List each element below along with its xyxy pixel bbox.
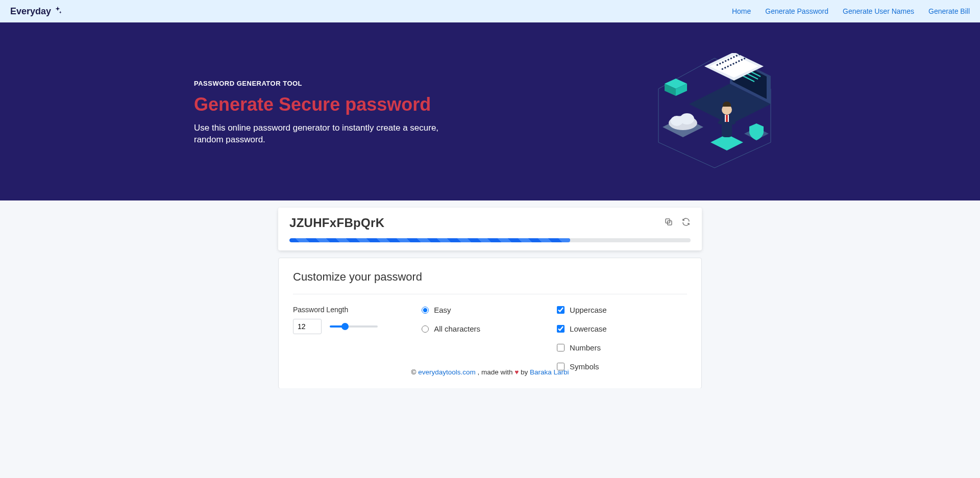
length-slider[interactable] [330,325,378,328]
uppercase-option[interactable]: Uppercase [557,306,687,314]
regenerate-button[interactable] [681,217,691,229]
password-output: JZUHFxFBpQrK [289,216,657,230]
brand-name: Everyday [10,6,51,17]
password-output-card: JZUHFxFBpQrK [278,208,702,250]
footer-copyright: © [411,368,418,376]
navbar: Everyday Home Generate Password Generate… [0,0,980,22]
brand-sparkle-icon [53,6,62,17]
customize-heading: Customize your password [293,270,687,284]
nav-link-generate-password[interactable]: Generate Password [765,7,828,15]
numbers-label: Numbers [570,343,601,352]
strength-meter-fill [289,238,570,242]
footer-site-link[interactable]: everydaytools.com [418,368,476,376]
svg-point-14 [680,113,694,124]
mode-all-radio[interactable] [422,325,429,333]
footer-by: by [519,368,530,376]
mode-column: Easy All characters [422,306,552,371]
uppercase-label: Uppercase [570,306,607,314]
nav-link-home[interactable]: Home [732,7,751,15]
numbers-checkbox[interactable] [557,344,565,351]
hero-title: Generate Secure password [194,94,439,115]
hero-eyebrow: PASSWORD GENERATOR TOOL [194,80,439,87]
numbers-option[interactable]: Numbers [557,343,687,352]
brand[interactable]: Everyday [10,6,62,17]
nav-link-generate-bill[interactable]: Generate Bill [928,7,970,15]
nav-links: Home Generate Password Generate User Nam… [732,7,970,15]
svg-rect-22 [726,115,728,122]
lowercase-label: Lowercase [570,324,607,333]
divider [293,294,687,294]
footer: © everydaytools.com , made with ♥ by Bar… [278,362,702,388]
mode-easy-label: Easy [434,306,451,314]
lowercase-option[interactable]: Lowercase [557,324,687,333]
refresh-icon [681,219,691,228]
length-label: Password Length [293,306,416,314]
mode-easy-radio[interactable] [422,307,429,314]
footer-mid: , made with [476,368,515,376]
copy-icon [664,219,673,228]
hero: PASSWORD GENERATOR TOOL Generate Secure … [0,22,980,200]
mode-easy-option[interactable]: Easy [422,306,552,314]
copy-button[interactable] [664,217,673,229]
hero-illustration [643,53,786,172]
mode-all-option[interactable]: All characters [422,324,552,333]
lowercase-checkbox[interactable] [557,325,565,333]
charset-column: Uppercase Lowercase Numbers Symbols [557,306,687,371]
nav-link-generate-usernames[interactable]: Generate User Names [843,7,914,15]
strength-meter [289,238,691,242]
length-column: Password Length [293,306,416,371]
mode-all-label: All characters [434,324,480,333]
length-input[interactable] [293,319,322,334]
footer-author-link[interactable]: Baraka Larbi [530,368,569,376]
uppercase-checkbox[interactable] [557,306,565,314]
hero-description: Use this online password generator to in… [194,122,439,146]
